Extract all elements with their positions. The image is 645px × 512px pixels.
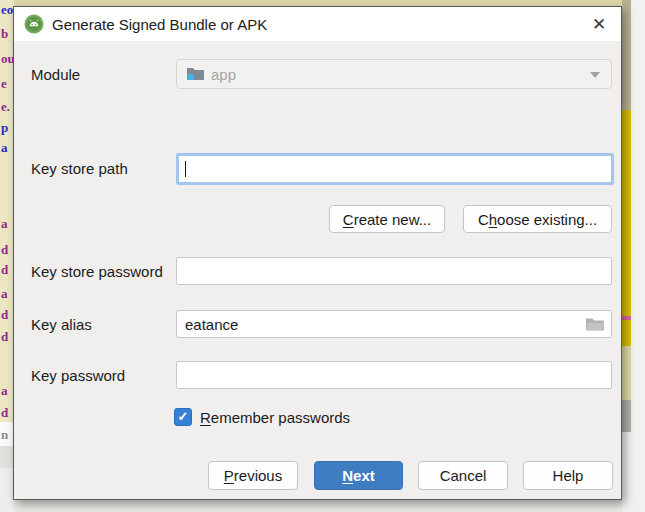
background-segment <box>0 446 14 468</box>
keystore-path-field-wrap <box>176 153 614 185</box>
code-fragment: d <box>1 308 8 321</box>
code-fragment: a <box>1 384 8 397</box>
previous-button[interactable]: Previous <box>208 461 298 490</box>
key-password-input[interactable] <box>176 361 612 389</box>
background-segment <box>622 346 631 400</box>
code-fragment: d <box>1 330 8 343</box>
code-fragment: e <box>1 77 7 90</box>
text-cursor <box>185 161 186 177</box>
create-new-button[interactable]: Create new... <box>329 205 445 233</box>
choose-existing-button[interactable]: Choose existing... <box>463 205 612 233</box>
keystore-password-label: Key store password <box>31 257 163 285</box>
key-alias-input[interactable] <box>176 310 612 338</box>
keystore-path-label: Key store path <box>31 153 128 183</box>
key-alias-field-wrap <box>176 310 612 338</box>
code-fragment: a <box>1 287 8 300</box>
code-fragment: d <box>1 243 8 256</box>
background-right-column <box>622 0 645 512</box>
scrollbar-error-stripe <box>622 0 631 512</box>
module-folder-icon <box>187 67 204 81</box>
android-studio-icon <box>24 14 44 34</box>
generate-signed-bundle-dialog: Generate Signed Bundle or APK ✕ Module a… <box>13 6 622 500</box>
background-segment <box>622 0 631 110</box>
code-fragment: a <box>1 217 8 230</box>
module-select[interactable]: app <box>176 59 612 89</box>
background-segment <box>622 400 631 432</box>
remember-passwords-label: Remember passwords <box>200 407 350 427</box>
key-password-label: Key password <box>31 361 125 389</box>
background-segment <box>622 432 631 512</box>
dialog-titlebar: Generate Signed Bundle or APK ✕ <box>14 7 621 41</box>
background-segment <box>622 110 631 316</box>
chevron-down-icon <box>590 72 600 78</box>
code-fragment: d <box>1 406 8 419</box>
next-button[interactable]: Next <box>314 461 403 490</box>
code-fragment: eo <box>1 3 13 16</box>
folder-icon[interactable] <box>586 317 604 331</box>
background-segment <box>622 320 631 346</box>
code-strip: eobouee.paaddaddadn <box>0 0 14 512</box>
keystore-path-input[interactable] <box>179 156 611 182</box>
dialog-title: Generate Signed Bundle or APK <box>52 16 267 33</box>
code-fragment: p <box>1 121 8 134</box>
cancel-button[interactable]: Cancel <box>418 461 508 490</box>
help-button[interactable]: Help <box>523 461 613 490</box>
remember-passwords-checkbox[interactable]: ✓ <box>174 408 192 426</box>
key-alias-label: Key alias <box>31 310 92 338</box>
background-segment <box>0 468 14 512</box>
code-fragment: n <box>1 428 8 441</box>
module-label: Module <box>31 59 80 89</box>
code-fragment: d <box>1 263 8 276</box>
keystore-password-input[interactable] <box>176 257 612 285</box>
code-fragment: e. <box>1 100 10 113</box>
code-fragment: a <box>1 141 8 154</box>
module-value: app <box>211 66 236 83</box>
code-fragment: b <box>1 27 8 40</box>
close-icon[interactable]: ✕ <box>585 11 613 37</box>
